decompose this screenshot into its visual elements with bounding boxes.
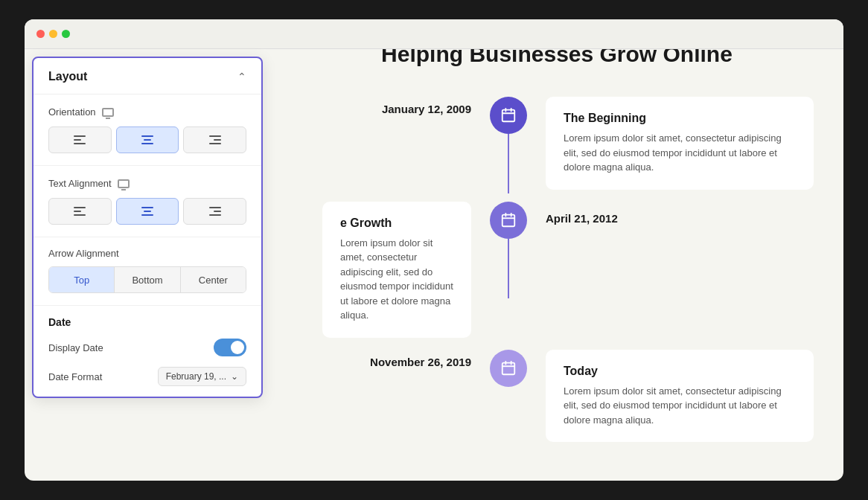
minimize-dot xyxy=(49,30,57,38)
display-date-toggle[interactable] xyxy=(214,339,246,356)
card-text-3: Lorem ipsum dolor sit amet, consectetur … xyxy=(564,384,796,428)
date-format-select[interactable]: February 19, ... ⌄ xyxy=(158,367,246,386)
timeline-item-2: e Growth Lorem ipsum dolor sit amet, con… xyxy=(322,202,814,350)
text-alignment-section: Text Alignment xyxy=(33,166,261,237)
svg-rect-4 xyxy=(502,214,515,226)
text-left-btn[interactable] xyxy=(48,198,112,225)
timeline-item-3: November 26, 2019 Today xyxy=(322,350,814,455)
svg-rect-0 xyxy=(502,110,515,122)
display-date-label: Display Date xyxy=(48,342,103,353)
text-alignment-label: Text Alignment xyxy=(48,178,246,189)
orientation-left-btn[interactable] xyxy=(48,126,112,153)
timeline-line-2 xyxy=(508,239,509,298)
timeline-container: January 12, 2009 The B xyxy=(322,97,814,454)
timeline-card-left-2: e Growth Lorem ipsum dolor sit amet, con… xyxy=(322,202,486,350)
orientation-label: Orientation xyxy=(48,106,246,118)
app-window: Layout ⌃ Orientation xyxy=(25,19,843,481)
left-panel: Layout ⌃ Orientation xyxy=(32,57,263,398)
date-format-value: February 19, ... xyxy=(166,371,226,382)
timeline-center-2 xyxy=(486,202,531,298)
timeline-card-1: The Beginning Lorem ipsum dolor sit amet… xyxy=(546,97,814,190)
display-date-row: Display Date xyxy=(48,339,246,356)
timeline-icon-2 xyxy=(490,202,527,239)
timeline-date-left-3: November 26, 2019 xyxy=(322,350,486,369)
close-dot xyxy=(36,30,45,38)
timeline-item-1: January 12, 2009 The B xyxy=(322,97,814,202)
orientation-btn-group xyxy=(48,126,246,153)
date-format-row: Date Format February 19, ... ⌄ xyxy=(48,367,246,386)
monitor-icon-2 xyxy=(118,179,130,188)
timeline-date-right-2: April 21, 2012 xyxy=(531,202,814,225)
text-alignment-btn-group xyxy=(48,198,246,225)
arrow-alignment-label: Arrow Alignment xyxy=(48,248,246,259)
title-bar xyxy=(25,19,843,49)
timeline-card-right-3: Today Lorem ipsum dolor sit amet, consec… xyxy=(531,350,814,455)
text-right-btn[interactable] xyxy=(183,198,246,225)
timeline-card-2: e Growth Lorem ipsum dolor sit amet, con… xyxy=(322,202,471,338)
timeline-center-3 xyxy=(486,350,531,387)
timeline-center-1 xyxy=(486,97,531,193)
panel-title: Layout xyxy=(48,70,87,83)
panel-header: Layout ⌃ xyxy=(33,58,261,94)
orientation-section: Orientation xyxy=(33,94,261,166)
card-title-2: e Growth xyxy=(340,217,453,230)
chevron-up-icon[interactable]: ⌃ xyxy=(237,71,246,83)
chevron-down-icon: ⌄ xyxy=(231,371,238,382)
timeline-icon-1 xyxy=(490,97,527,134)
card-title-1: The Beginning xyxy=(564,112,796,125)
timeline-card-right-1: The Beginning Lorem ipsum dolor sit amet… xyxy=(531,97,814,202)
text-center-btn[interactable] xyxy=(116,198,179,225)
timeline-card-3: Today Lorem ipsum dolor sit amet, consec… xyxy=(546,350,814,443)
timeline-line-1 xyxy=(508,134,509,193)
maximize-dot xyxy=(62,30,70,38)
card-title-3: Today xyxy=(564,365,796,378)
svg-rect-8 xyxy=(502,362,515,374)
tab-bottom[interactable]: Bottom xyxy=(115,267,180,292)
card-text-2: Lorem ipsum dolor sit amet, consectetur … xyxy=(340,236,453,323)
arrow-alignment-tabs: Top Bottom Center xyxy=(48,266,246,293)
timeline-date-2: April 21, 2012 xyxy=(546,212,618,225)
date-section: Date Display Date Date Format February 1… xyxy=(33,306,261,397)
timeline-icon-3 xyxy=(490,350,527,387)
tab-top[interactable]: Top xyxy=(49,267,115,292)
orientation-center-btn[interactable] xyxy=(116,126,179,153)
date-format-label: Date Format xyxy=(48,371,102,382)
orientation-right-btn[interactable] xyxy=(183,126,246,153)
arrow-alignment-section: Arrow Alignment Top Bottom Center xyxy=(33,237,261,306)
monitor-icon xyxy=(102,108,114,117)
timeline-date-1: January 12, 2009 xyxy=(322,97,486,116)
tab-center[interactable]: Center xyxy=(181,267,246,292)
card-text-1: Lorem ipsum dolor sit amet, consectetur … xyxy=(564,131,796,175)
date-section-title: Date xyxy=(48,316,246,328)
